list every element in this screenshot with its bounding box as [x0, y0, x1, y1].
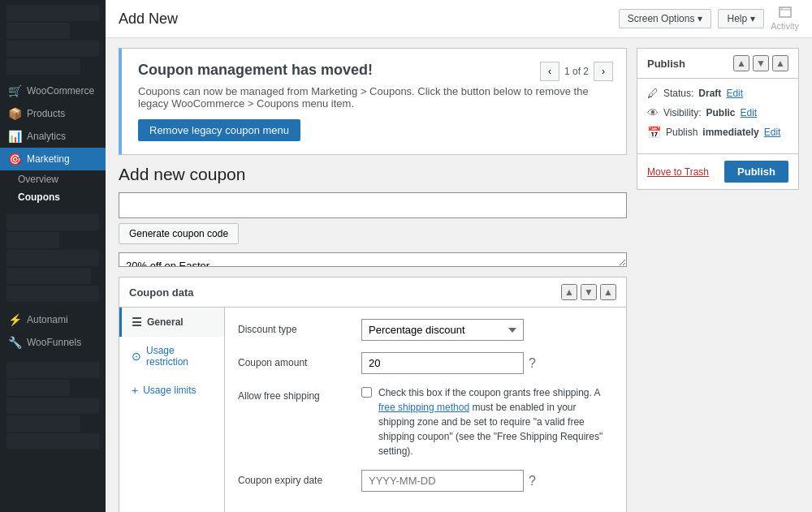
sidebar-item-woofunnels[interactable]: 🔧 WooFunnels [0, 331, 106, 354]
generate-coupon-code-button[interactable]: Generate coupon code [119, 223, 239, 244]
notice-next-button[interactable]: › [594, 62, 613, 81]
publish-box-header: Publish ▲ ▼ ▲ [637, 49, 798, 79]
status-row: 🖊 Status: Draft Edit [647, 87, 788, 100]
free-shipping-label: Allow free shipping [238, 385, 352, 402]
main-column: Coupon management has moved! Coupons can… [119, 48, 627, 502]
publish-button[interactable]: Publish [724, 161, 788, 183]
free-shipping-desc: Check this box if the coupon grants free… [378, 387, 600, 398]
marketing-icon: 🎯 [8, 153, 22, 166]
sidebar-sub-overview[interactable]: Overview [0, 170, 106, 188]
status-label: Status: [663, 88, 693, 99]
discount-type-select[interactable]: Percentage discount Fixed cart discount … [361, 319, 524, 341]
expiry-date-label: Coupon expiry date [238, 470, 352, 486]
free-shipping-row: Allow free shipping Check this box if th… [238, 385, 613, 458]
publish-box-minimize-button[interactable]: ▲ [772, 55, 788, 71]
calendar-icon: 📅 [647, 126, 661, 139]
usage-limits-tab-icon: + [132, 384, 138, 397]
expiry-date-input[interactable] [361, 470, 524, 492]
visibility-edit-link[interactable]: Edit [740, 107, 757, 118]
publish-box-up-button[interactable]: ▲ [733, 55, 749, 71]
sidebar-item-marketing[interactable]: 🎯 Marketing [0, 148, 106, 170]
side-column: Publish ▲ ▼ ▲ 🖊 Status: Draft Edit [637, 48, 799, 502]
coupon-amount-help-icon: ? [529, 356, 536, 371]
usage-restriction-tab-icon: ⊙ [132, 350, 141, 363]
notice-description: Coupons can now be managed from Marketin… [138, 85, 610, 110]
content-area: Coupon management has moved! Coupons can… [106, 38, 812, 512]
free-shipping-method-link[interactable]: free shipping method [378, 402, 469, 413]
activity-icon [779, 6, 792, 19]
expiry-date-help-icon: ? [529, 474, 536, 488]
sidebar-item-analytics[interactable]: 📊 Analytics [0, 125, 106, 148]
notice-navigation: ‹ 1 of 2 › [540, 62, 613, 81]
sidebar-item-woocommerce[interactable]: 🛒 WooCommerce [0, 80, 106, 102]
help-button[interactable]: Help ▾ [718, 9, 764, 28]
publish-box-down-button[interactable]: ▼ [753, 55, 769, 71]
publish-time-label: Publish [666, 127, 698, 138]
publish-time-row: 📅 Publish immediately Edit [647, 126, 788, 139]
coupon-amount-label: Coupon amount [238, 352, 352, 368]
visibility-icon: 👁 [647, 106, 659, 119]
activity-button[interactable]: Activity [771, 6, 799, 31]
coupon-data-header: Coupon data ▲ ▼ ▲ [119, 278, 626, 308]
move-to-trash-link[interactable]: Move to Trash [647, 166, 709, 178]
notice-prev-button[interactable]: ‹ [540, 62, 559, 81]
tab-general[interactable]: ☰ General [119, 308, 224, 337]
publish-box-body: 🖊 Status: Draft Edit 👁 Visibility: Publi… [637, 79, 798, 153]
visibility-value: Public [706, 107, 735, 118]
analytics-icon: 📊 [8, 130, 22, 143]
coupon-code-input[interactable]: FUNEASTER [119, 192, 627, 218]
visibility-label: Visibility: [663, 107, 701, 118]
coupon-data-collapse-down-button[interactable]: ▼ [581, 284, 597, 300]
coupon-data-box: Coupon data ▲ ▼ ▲ ☰ General ⊙ [119, 277, 627, 512]
page-title: Add New [119, 11, 178, 28]
tab-usage-limits[interactable]: + Usage limits [119, 376, 224, 405]
publish-time-value: immediately [702, 127, 758, 138]
main-content: Add New Screen Options ▾ Help ▾ Activity… [106, 0, 812, 512]
sidebar-item-autonami[interactable]: ⚡ Autonami [0, 308, 106, 331]
free-shipping-checkbox[interactable] [361, 387, 372, 398]
top-bar: Add New Screen Options ▾ Help ▾ Activity [106, 0, 812, 38]
screen-options-button[interactable]: Screen Options ▾ [619, 9, 712, 28]
coupon-description-textarea[interactable]: 20% off on Easter [119, 252, 627, 267]
products-icon: 📦 [8, 107, 22, 120]
sidebar-item-products[interactable]: 📦 Products [0, 102, 106, 125]
coupon-data-content: Discount type Percentage discount Fixed … [225, 308, 626, 512]
woocommerce-icon: 🛒 [8, 84, 22, 97]
coupon-amount-row: Coupon amount ? [238, 352, 613, 374]
publish-box: Publish ▲ ▼ ▲ 🖊 Status: Draft Edit [637, 48, 799, 190]
discount-type-label: Discount type [238, 319, 352, 335]
autonami-icon: ⚡ [8, 313, 22, 326]
screen-options-arrow-icon: ▾ [698, 13, 702, 24]
remove-legacy-coupon-button[interactable]: Remove legacy coupon menu [138, 119, 300, 141]
notice-pagination: 1 of 2 [564, 66, 589, 77]
expiry-date-row: Coupon expiry date ? [238, 470, 613, 492]
help-arrow-icon: ▾ [750, 13, 755, 24]
status-value: Draft [698, 88, 721, 99]
coupon-amount-input[interactable] [361, 352, 524, 374]
coupon-data-minimize-button[interactable]: ▲ [600, 284, 616, 300]
coupon-data-tabs: ☰ General ⊙ Usage restriction + Usage li… [119, 308, 225, 512]
status-edit-link[interactable]: Edit [726, 88, 743, 99]
add-coupon-title: Add new coupon [119, 165, 627, 184]
woofunnels-icon: 🔧 [8, 336, 22, 349]
coupon-data-collapse-up-button[interactable]: ▲ [561, 284, 577, 300]
tab-usage-restriction[interactable]: ⊙ Usage restriction [119, 337, 224, 376]
publish-footer: Move to Trash Publish [637, 153, 798, 189]
discount-type-row: Discount type Percentage discount Fixed … [238, 319, 613, 341]
status-icon: 🖊 [647, 87, 659, 100]
publish-time-edit-link[interactable]: Edit [764, 127, 781, 138]
notice-box: Coupon management has moved! Coupons can… [119, 48, 627, 155]
visibility-row: 👁 Visibility: Public Edit [647, 106, 788, 119]
notice-title: Coupon management has moved! [138, 62, 610, 79]
sidebar: 🛒 WooCommerce 📦 Products 📊 Analytics 🎯 M… [0, 0, 106, 512]
coupon-data-body: ☰ General ⊙ Usage restriction + Usage li… [119, 308, 626, 512]
general-tab-icon: ☰ [132, 316, 142, 329]
sidebar-sub-coupons[interactable]: Coupons [0, 188, 106, 206]
